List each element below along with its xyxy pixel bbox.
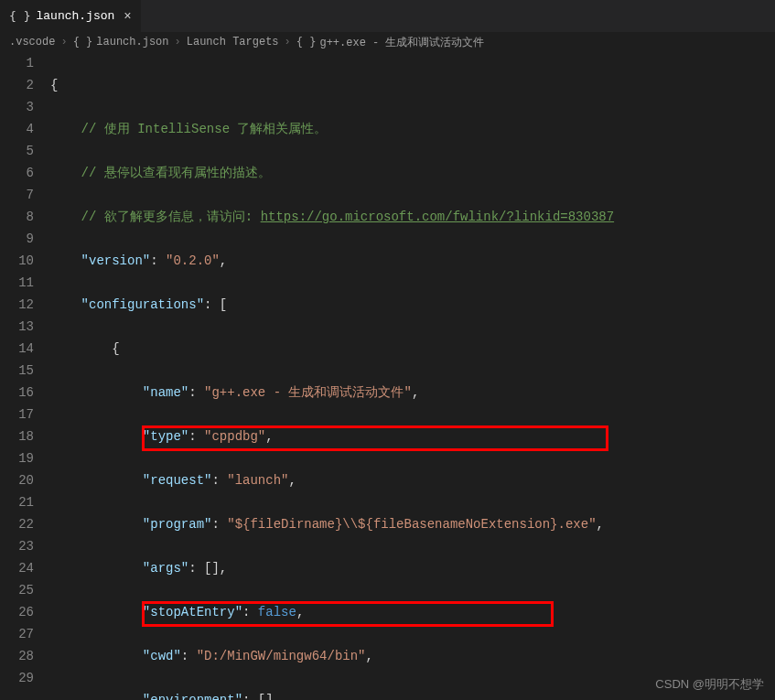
json-value: "cppdbg" [204, 429, 265, 444]
code-link[interactable]: https://go.microsoft.com/fwlink/?linkid=… [261, 210, 614, 224]
json-value: "g++.exe - 生成和调试活动文件" [204, 385, 412, 400]
code-editor[interactable]: 1234 5678 9101112 13141516 17181920 2122… [0, 52, 775, 700]
json-key: "args" [143, 561, 188, 576]
json-value: "D:/MinGW/mingw64/bin" [197, 649, 366, 663]
chevron-right-icon: › [175, 36, 181, 48]
tab-bar: { } launch.json × [0, 0, 775, 32]
breadcrumb-item[interactable]: { } g++.exe - 生成和调试活动文件 [296, 35, 485, 50]
code-content[interactable]: { // 使用 IntelliSense 了解相关属性。 // 悬停以查看现有属… [50, 52, 775, 700]
code-comment: // 悬停以查看现有属性的描述。 [81, 166, 271, 180]
json-key: "environment" [143, 693, 242, 700]
watermark: CSDN @明明不想学 [655, 676, 764, 693]
json-key: "stopAtEntry" [143, 605, 242, 619]
json-key: "configurations" [81, 297, 204, 312]
chevron-right-icon: › [285, 36, 291, 48]
chevron-right-icon: › [60, 36, 67, 48]
json-key: "cwd" [143, 649, 181, 663]
json-value: "0.2.0" [166, 253, 220, 268]
json-value: "${fileDirname}\\${fileBasenameNoExtensi… [227, 517, 596, 532]
json-key: "type" [143, 429, 188, 444]
breadcrumb-item[interactable]: .vscode [9, 36, 55, 48]
breadcrumb: .vscode › { } launch.json › Launch Targe… [0, 32, 775, 52]
json-key: "request" [143, 473, 212, 488]
code-text: { [50, 78, 58, 92]
json-key: "program" [143, 517, 212, 532]
code-comment: // 使用 IntelliSense 了解相关属性。 [81, 122, 328, 136]
json-icon: { } [9, 9, 30, 23]
json-key: "name" [143, 385, 188, 400]
breadcrumb-item[interactable]: { } launch.json [73, 36, 169, 48]
breadcrumb-item[interactable]: Launch Targets [187, 36, 279, 48]
tab-launch-json[interactable]: { } launch.json × [0, 0, 142, 32]
json-key: "version" [81, 253, 151, 268]
close-icon[interactable]: × [124, 9, 131, 24]
tab-label: launch.json [36, 9, 114, 23]
code-comment: // 欲了解更多信息，请访问: [81, 210, 261, 224]
line-gutter: 1234 5678 9101112 13141516 17181920 2122… [0, 52, 50, 700]
json-value: false [258, 605, 296, 619]
json-value: "launch" [227, 473, 288, 488]
